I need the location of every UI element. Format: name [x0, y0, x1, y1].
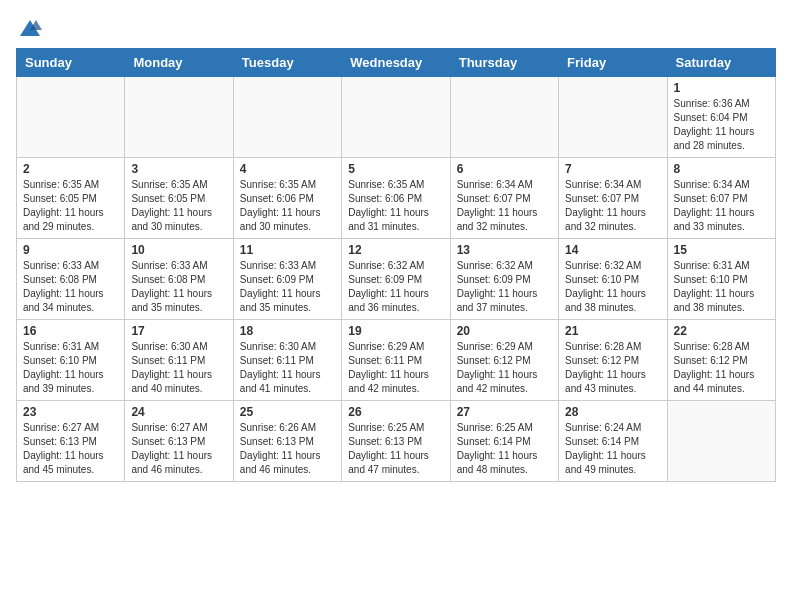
- day-number: 14: [565, 243, 660, 257]
- calendar-cell: 21Sunrise: 6:28 AM Sunset: 6:12 PM Dayli…: [559, 320, 667, 401]
- calendar-cell: 14Sunrise: 6:32 AM Sunset: 6:10 PM Dayli…: [559, 239, 667, 320]
- calendar-cell: 27Sunrise: 6:25 AM Sunset: 6:14 PM Dayli…: [450, 401, 558, 482]
- day-number: 11: [240, 243, 335, 257]
- day-number: 7: [565, 162, 660, 176]
- day-info: Sunrise: 6:31 AM Sunset: 6:10 PM Dayligh…: [674, 259, 769, 315]
- day-number: 6: [457, 162, 552, 176]
- day-info: Sunrise: 6:30 AM Sunset: 6:11 PM Dayligh…: [131, 340, 226, 396]
- calendar: SundayMondayTuesdayWednesdayThursdayFrid…: [16, 48, 776, 482]
- calendar-cell: 25Sunrise: 6:26 AM Sunset: 6:13 PM Dayli…: [233, 401, 341, 482]
- calendar-header-row: SundayMondayTuesdayWednesdayThursdayFrid…: [17, 49, 776, 77]
- calendar-cell: 23Sunrise: 6:27 AM Sunset: 6:13 PM Dayli…: [17, 401, 125, 482]
- day-header-thursday: Thursday: [450, 49, 558, 77]
- day-info: Sunrise: 6:27 AM Sunset: 6:13 PM Dayligh…: [131, 421, 226, 477]
- day-number: 15: [674, 243, 769, 257]
- calendar-cell: 13Sunrise: 6:32 AM Sunset: 6:09 PM Dayli…: [450, 239, 558, 320]
- day-info: Sunrise: 6:25 AM Sunset: 6:14 PM Dayligh…: [457, 421, 552, 477]
- day-number: 12: [348, 243, 443, 257]
- day-header-friday: Friday: [559, 49, 667, 77]
- calendar-cell: 16Sunrise: 6:31 AM Sunset: 6:10 PM Dayli…: [17, 320, 125, 401]
- calendar-cell: 11Sunrise: 6:33 AM Sunset: 6:09 PM Dayli…: [233, 239, 341, 320]
- calendar-cell: 28Sunrise: 6:24 AM Sunset: 6:14 PM Dayli…: [559, 401, 667, 482]
- calendar-cell: 20Sunrise: 6:29 AM Sunset: 6:12 PM Dayli…: [450, 320, 558, 401]
- day-number: 1: [674, 81, 769, 95]
- calendar-cell: 9Sunrise: 6:33 AM Sunset: 6:08 PM Daylig…: [17, 239, 125, 320]
- day-number: 16: [23, 324, 118, 338]
- day-info: Sunrise: 6:33 AM Sunset: 6:08 PM Dayligh…: [131, 259, 226, 315]
- day-info: Sunrise: 6:36 AM Sunset: 6:04 PM Dayligh…: [674, 97, 769, 153]
- day-info: Sunrise: 6:32 AM Sunset: 6:09 PM Dayligh…: [348, 259, 443, 315]
- day-info: Sunrise: 6:31 AM Sunset: 6:10 PM Dayligh…: [23, 340, 118, 396]
- calendar-week-row: 2Sunrise: 6:35 AM Sunset: 6:05 PM Daylig…: [17, 158, 776, 239]
- day-number: 4: [240, 162, 335, 176]
- logo-icon: [18, 16, 42, 40]
- calendar-cell: 10Sunrise: 6:33 AM Sunset: 6:08 PM Dayli…: [125, 239, 233, 320]
- day-number: 2: [23, 162, 118, 176]
- calendar-cell: 5Sunrise: 6:35 AM Sunset: 6:06 PM Daylig…: [342, 158, 450, 239]
- calendar-cell: 6Sunrise: 6:34 AM Sunset: 6:07 PM Daylig…: [450, 158, 558, 239]
- day-number: 26: [348, 405, 443, 419]
- calendar-cell: 18Sunrise: 6:30 AM Sunset: 6:11 PM Dayli…: [233, 320, 341, 401]
- day-info: Sunrise: 6:24 AM Sunset: 6:14 PM Dayligh…: [565, 421, 660, 477]
- day-info: Sunrise: 6:30 AM Sunset: 6:11 PM Dayligh…: [240, 340, 335, 396]
- day-header-wednesday: Wednesday: [342, 49, 450, 77]
- day-number: 27: [457, 405, 552, 419]
- day-info: Sunrise: 6:25 AM Sunset: 6:13 PM Dayligh…: [348, 421, 443, 477]
- day-number: 24: [131, 405, 226, 419]
- calendar-cell: 17Sunrise: 6:30 AM Sunset: 6:11 PM Dayli…: [125, 320, 233, 401]
- calendar-cell: 15Sunrise: 6:31 AM Sunset: 6:10 PM Dayli…: [667, 239, 775, 320]
- day-info: Sunrise: 6:35 AM Sunset: 6:05 PM Dayligh…: [131, 178, 226, 234]
- header: [16, 16, 776, 40]
- calendar-cell: [233, 77, 341, 158]
- day-number: 13: [457, 243, 552, 257]
- day-header-tuesday: Tuesday: [233, 49, 341, 77]
- day-info: Sunrise: 6:26 AM Sunset: 6:13 PM Dayligh…: [240, 421, 335, 477]
- calendar-cell: [667, 401, 775, 482]
- calendar-cell: 1Sunrise: 6:36 AM Sunset: 6:04 PM Daylig…: [667, 77, 775, 158]
- calendar-cell: 7Sunrise: 6:34 AM Sunset: 6:07 PM Daylig…: [559, 158, 667, 239]
- day-header-monday: Monday: [125, 49, 233, 77]
- day-number: 20: [457, 324, 552, 338]
- day-info: Sunrise: 6:34 AM Sunset: 6:07 PM Dayligh…: [565, 178, 660, 234]
- calendar-cell: 2Sunrise: 6:35 AM Sunset: 6:05 PM Daylig…: [17, 158, 125, 239]
- day-number: 10: [131, 243, 226, 257]
- calendar-cell: [125, 77, 233, 158]
- day-info: Sunrise: 6:32 AM Sunset: 6:09 PM Dayligh…: [457, 259, 552, 315]
- day-info: Sunrise: 6:32 AM Sunset: 6:10 PM Dayligh…: [565, 259, 660, 315]
- logo: [16, 16, 42, 40]
- day-number: 28: [565, 405, 660, 419]
- calendar-cell: [559, 77, 667, 158]
- day-number: 23: [23, 405, 118, 419]
- calendar-week-row: 23Sunrise: 6:27 AM Sunset: 6:13 PM Dayli…: [17, 401, 776, 482]
- day-number: 18: [240, 324, 335, 338]
- day-number: 25: [240, 405, 335, 419]
- calendar-cell: [450, 77, 558, 158]
- calendar-cell: 24Sunrise: 6:27 AM Sunset: 6:13 PM Dayli…: [125, 401, 233, 482]
- day-info: Sunrise: 6:33 AM Sunset: 6:09 PM Dayligh…: [240, 259, 335, 315]
- day-info: Sunrise: 6:29 AM Sunset: 6:12 PM Dayligh…: [457, 340, 552, 396]
- day-number: 22: [674, 324, 769, 338]
- calendar-cell: [17, 77, 125, 158]
- calendar-cell: 22Sunrise: 6:28 AM Sunset: 6:12 PM Dayli…: [667, 320, 775, 401]
- day-info: Sunrise: 6:34 AM Sunset: 6:07 PM Dayligh…: [674, 178, 769, 234]
- day-number: 17: [131, 324, 226, 338]
- calendar-cell: 8Sunrise: 6:34 AM Sunset: 6:07 PM Daylig…: [667, 158, 775, 239]
- day-header-sunday: Sunday: [17, 49, 125, 77]
- calendar-cell: [342, 77, 450, 158]
- day-info: Sunrise: 6:27 AM Sunset: 6:13 PM Dayligh…: [23, 421, 118, 477]
- day-info: Sunrise: 6:28 AM Sunset: 6:12 PM Dayligh…: [565, 340, 660, 396]
- day-info: Sunrise: 6:34 AM Sunset: 6:07 PM Dayligh…: [457, 178, 552, 234]
- day-number: 19: [348, 324, 443, 338]
- calendar-week-row: 1Sunrise: 6:36 AM Sunset: 6:04 PM Daylig…: [17, 77, 776, 158]
- day-info: Sunrise: 6:35 AM Sunset: 6:05 PM Dayligh…: [23, 178, 118, 234]
- day-info: Sunrise: 6:35 AM Sunset: 6:06 PM Dayligh…: [240, 178, 335, 234]
- calendar-cell: 4Sunrise: 6:35 AM Sunset: 6:06 PM Daylig…: [233, 158, 341, 239]
- day-info: Sunrise: 6:35 AM Sunset: 6:06 PM Dayligh…: [348, 178, 443, 234]
- calendar-cell: 19Sunrise: 6:29 AM Sunset: 6:11 PM Dayli…: [342, 320, 450, 401]
- calendar-cell: 26Sunrise: 6:25 AM Sunset: 6:13 PM Dayli…: [342, 401, 450, 482]
- day-header-saturday: Saturday: [667, 49, 775, 77]
- calendar-week-row: 9Sunrise: 6:33 AM Sunset: 6:08 PM Daylig…: [17, 239, 776, 320]
- day-number: 3: [131, 162, 226, 176]
- calendar-cell: 3Sunrise: 6:35 AM Sunset: 6:05 PM Daylig…: [125, 158, 233, 239]
- day-info: Sunrise: 6:33 AM Sunset: 6:08 PM Dayligh…: [23, 259, 118, 315]
